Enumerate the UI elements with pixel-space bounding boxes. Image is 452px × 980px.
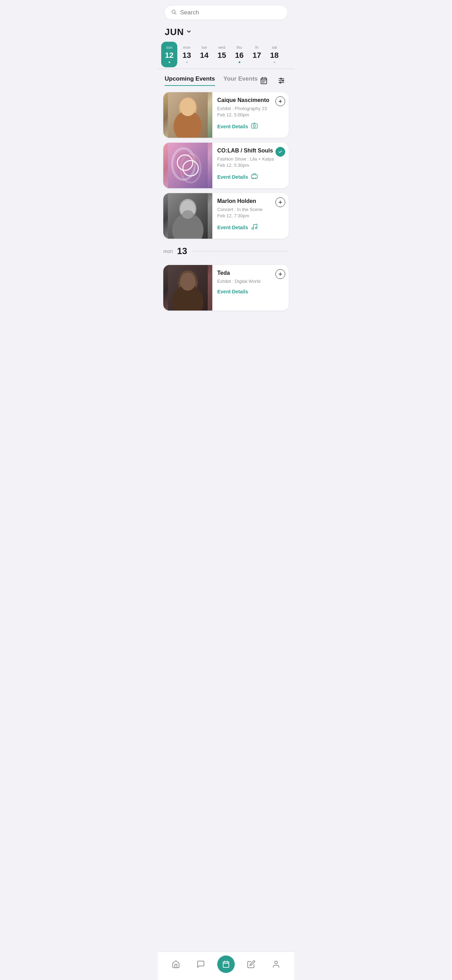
month-title: JUN [165,27,184,38]
event-details-link[interactable]: Event Details [217,225,248,230]
calendar-day-13[interactable]: mon 13 [179,42,195,67]
event-details-link[interactable]: Event Details [217,289,248,294]
search-icon [171,9,177,16]
event-info-caique: Caique Nascimento Exhibit : Photography … [212,92,289,138]
day-dot [256,61,258,63]
next-day-events-list: Teda Exhibit : Digital World Event Detai… [158,259,294,310]
day-name: tue [202,45,207,49]
day-dot [221,61,223,63]
event-details-row: Event Details [217,173,285,181]
event-details-link[interactable]: Event Details [217,124,248,129]
event-details-link[interactable]: Event Details [217,174,248,180]
event-add-button[interactable] [275,197,285,207]
event-type: Exhibit : Digital World [217,278,285,285]
svg-rect-33 [251,175,258,178]
event-card-caique: Caique Nascimento Exhibit : Photography … [163,92,289,138]
event-name: Caique Nascimento [217,97,285,103]
tab-upcoming-events[interactable]: Upcoming Events [165,75,215,86]
event-type: Concert : In the SceneFeb 12, 7:30pm [217,207,285,219]
day-name: thu [237,45,242,49]
event-type: Fashion Show : Lila + KatyaFeb 12, 5:30p… [217,156,285,169]
day-name: mon [183,45,190,49]
nav-item-edit[interactable] [242,956,260,973]
event-image-colab [163,143,212,188]
calendar-day-14[interactable]: tue 14 [196,42,212,67]
event-details-row: Event Details [217,123,285,131]
event-add-button[interactable] [275,96,285,106]
event-image-teda [163,265,212,310]
tabs-icons [258,75,287,87]
day-separator: mon 13 [158,239,294,259]
svg-point-43 [251,228,253,229]
day-number: 16 [235,51,244,60]
calendar-day-12[interactable]: sun 12 [161,42,177,67]
day-sep-label: mon [163,248,173,254]
event-info-colab: CO:LAB / Shift Souls Fashion Show : Lila… [212,143,289,188]
calendar-day-15[interactable]: wed 15 [214,42,230,67]
calendar-day-18[interactable]: sat 18 [266,42,282,67]
svg-point-23 [180,98,196,116]
event-checked-button[interactable] [275,147,285,157]
svg-line-1 [175,13,176,14]
calendar-view-button[interactable] [258,75,270,87]
event-type-icon [251,173,258,181]
chevron-down-icon [186,29,192,36]
event-type-icon [251,123,258,131]
day-dot [186,61,188,63]
app-container: JUN sun 12 mon 13 tue 14 wed 15 thu 16 f… [158,0,294,980]
day-dot [169,61,170,63]
event-name: CO:LAB / Shift Souls [217,148,285,154]
event-card-colab: CO:LAB / Shift Souls Fashion Show : Lila… [163,143,289,188]
day-number: 14 [200,51,208,60]
search-container [158,0,294,24]
event-details-row: Event Details [217,223,285,232]
event-name: Marlon Holden [217,198,285,204]
day-number: 12 [165,51,173,60]
nav-item-calendar[interactable] [217,956,235,973]
svg-point-27 [253,125,256,127]
event-name: Teda [217,270,285,276]
search-input[interactable] [180,9,281,16]
svg-point-40 [182,210,194,219]
event-card-marlon: Marlon Holden Concert : In the SceneFeb … [163,193,289,239]
day-name: sat [272,45,277,49]
svg-point-49 [180,272,196,291]
day-dot [239,61,240,63]
month-selector[interactable]: JUN [158,24,294,42]
day-dot [204,61,205,63]
day-number: 13 [183,51,191,60]
day-number: 17 [253,51,261,60]
calendar-day-16[interactable]: thu 16 [231,42,247,67]
day-name: wed [218,45,225,49]
nav-item-home[interactable] [167,956,185,973]
event-image-marlon [163,193,212,239]
event-card-teda: Teda Exhibit : Digital World Event Detai… [163,265,289,310]
events-list: Caique Nascimento Exhibit : Photography … [158,87,294,239]
day-number: 18 [270,51,279,60]
nav-item-profile[interactable] [267,956,285,973]
event-image-caique [163,92,212,138]
filter-button[interactable] [275,75,287,87]
svg-rect-52 [223,962,229,968]
bottom-nav [158,951,294,980]
day-name: fri [255,45,258,49]
event-info-teda: Teda Exhibit : Digital World Event Detai… [212,265,289,310]
tab-your-events[interactable]: Your Events [224,75,258,86]
tabs-container: Upcoming EventsYour Events [158,75,294,87]
calendar-day-17[interactable]: fri 17 [249,42,265,67]
event-type: Exhibit : Photography 23Feb 12, 5:00pm [217,105,285,118]
search-bar[interactable] [165,6,287,20]
event-type-icon [251,223,258,232]
day-number: 15 [218,51,226,60]
day-sep-number: 13 [177,246,187,256]
svg-point-44 [255,227,257,229]
event-details-row: Event Details [217,289,285,294]
event-info-marlon: Marlon Holden Concert : In the SceneFeb … [212,193,289,239]
day-dot [274,61,275,63]
event-add-button[interactable] [275,269,285,279]
day-sep-line [191,251,289,251]
tabs-left: Upcoming EventsYour Events [165,75,258,86]
day-name: sun [166,45,172,49]
svg-point-56 [275,961,277,964]
nav-item-messages[interactable] [192,956,210,973]
